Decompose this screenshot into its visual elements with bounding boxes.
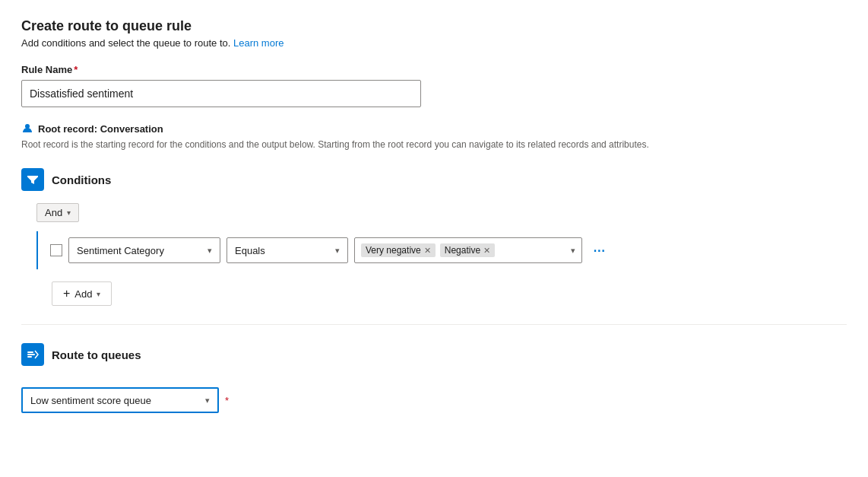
tags-chevron-icon[interactable]: ▾ <box>571 246 575 256</box>
learn-more-link[interactable]: Learn more <box>233 37 284 49</box>
route-to-queues-section: Route to queues Low sentiment score queu… <box>21 343 847 413</box>
category-dropdown[interactable]: Sentiment Category ▾ <box>68 237 220 263</box>
route-queues-title: Route to queues <box>52 348 141 361</box>
add-chevron-icon: ▾ <box>97 290 100 298</box>
page-title: Create route to queue rule Add condition… <box>21 18 847 49</box>
queue-select-wrapper: Low sentiment score queue ▾ * <box>21 387 229 413</box>
queue-dropdown[interactable]: Low sentiment score queue ▾ <box>21 387 219 413</box>
queue-chevron-icon: ▾ <box>205 396 210 405</box>
tag-very-negative-close[interactable]: ✕ <box>424 246 431 255</box>
and-chevron-icon: ▾ <box>67 208 71 217</box>
add-plus-icon: + <box>63 287 70 301</box>
section-divider <box>21 324 847 325</box>
operator-dropdown[interactable]: Equals ▾ <box>227 237 348 263</box>
condition-row: Sentiment Category ▾ Equals ▾ Very negat… <box>36 231 847 269</box>
svg-rect-1 <box>27 351 33 353</box>
queue-required-indicator: * <box>225 395 229 406</box>
tag-negative-close[interactable]: ✕ <box>483 246 490 255</box>
category-chevron-icon: ▾ <box>207 246 212 256</box>
required-indicator: * <box>74 64 78 75</box>
person-icon <box>21 122 33 135</box>
conditions-title: Conditions <box>52 173 111 186</box>
svg-rect-3 <box>27 356 32 358</box>
add-button[interactable]: + Add ▾ <box>52 281 112 306</box>
conditions-section: Conditions And ▾ Sentiment Category ▾ <box>21 168 847 306</box>
operator-chevron-icon: ▾ <box>335 246 340 256</box>
and-dropdown[interactable]: And ▾ <box>36 203 79 222</box>
conditions-icon <box>21 168 44 191</box>
more-options-button[interactable]: ⋯ <box>588 240 610 261</box>
root-record-section: Root record: Conversation Root record is… <box>21 122 847 150</box>
rule-name-input[interactable] <box>21 80 421 107</box>
tags-container: Very negative ✕ Negative ✕ ▾ <box>354 237 582 263</box>
rule-name-section: Rule Name* <box>21 64 847 122</box>
condition-checkbox[interactable] <box>50 244 62 256</box>
tag-very-negative: Very negative ✕ <box>361 243 436 257</box>
svg-rect-2 <box>27 354 35 355</box>
tag-negative: Negative ✕ <box>440 243 495 257</box>
route-icon <box>21 343 44 366</box>
